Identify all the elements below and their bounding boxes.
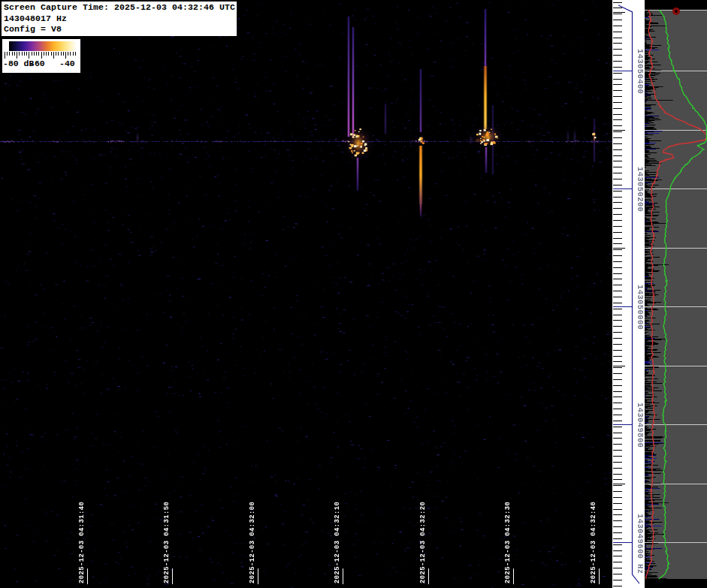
waterfall-display	[0, 0, 645, 588]
config-text: Config = V8	[4, 24, 237, 35]
time-axis-label: 2025-12-03 04:32:00	[248, 502, 258, 583]
time-axis-label: 2025-12-03 04:31:50	[162, 502, 172, 583]
freq-axis-label: 143049800	[636, 403, 645, 448]
time-axis-label: 2025-12-03 04:32:30	[503, 502, 513, 583]
freq-axis-label: 143050400	[636, 49, 645, 94]
spectrogram-app-window: Screen Capture Time: 2025-12-03 04:32:46…	[0, 0, 707, 588]
time-axis-tick	[513, 568, 514, 584]
time-axis-label: 2025-12-03 04:31:40	[77, 502, 87, 583]
intensity-colorbar: -80 dB -60 -40	[2, 39, 80, 73]
capture-time-text: Screen Capture Time: 2025-12-03 04:32:46…	[4, 2, 237, 14]
frequency-text: 143048017 Hz	[4, 14, 237, 25]
freq-axis-label: 143049600 Hz	[636, 514, 645, 574]
spectrum-side-panel	[645, 0, 707, 588]
time-axis-tick	[87, 568, 88, 584]
capture-info-panel: Screen Capture Time: 2025-12-03 04:32:46…	[2, 2, 237, 36]
colorbar-label-max: -40	[59, 59, 75, 68]
time-axis-label: 2025-12-03 04:32:20	[418, 502, 428, 583]
freq-axis-label: 143050000	[636, 285, 645, 330]
time-axis-label: 2025-12-03 04:32:40	[589, 502, 599, 583]
colorbar-ruler	[5, 52, 77, 59]
time-axis-tick	[172, 568, 173, 584]
colorbar-gradient	[9, 41, 77, 51]
time-axis-tick	[428, 568, 429, 584]
time-axis-tick	[258, 568, 258, 584]
freq-axis-label: 143050200	[636, 167, 645, 212]
time-axis-label: 2025-12-03 04:32:10	[333, 502, 343, 583]
time-axis-tick	[599, 568, 600, 584]
colorbar-label-mid: -60	[29, 59, 45, 68]
time-axis-tick	[343, 568, 343, 584]
